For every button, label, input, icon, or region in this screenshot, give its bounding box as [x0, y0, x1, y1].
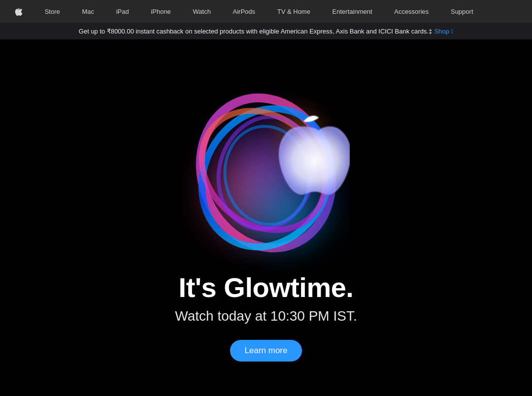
nav-item-store[interactable]: Store: [40, 0, 65, 23]
nav-item-ipad[interactable]: iPad: [111, 0, 134, 23]
nav-item-airpods[interactable]: AirPods: [228, 0, 261, 23]
nav-item-mac[interactable]: Mac: [77, 0, 99, 23]
shop-link[interactable]: Shop ⃕: [434, 28, 453, 35]
hero-section: It's Glowtime. Watch today at 10:30 PM I…: [0, 39, 532, 396]
navigation: Store Mac iPad iPhone Watch AirPods TV &…: [0, 0, 532, 23]
nav-item-watch[interactable]: Watch: [188, 0, 216, 23]
nav-item-iphone[interactable]: iPhone: [146, 0, 175, 23]
nav-item-tv-home[interactable]: TV & Home: [272, 0, 315, 23]
nav-item-support[interactable]: Support: [446, 0, 478, 23]
nav-apple-logo[interactable]: [10, 0, 28, 23]
nav-item-accessories[interactable]: Accessories: [389, 0, 433, 23]
search-icon[interactable]: [490, 7, 500, 16]
promo-banner: Get up to ₹8000.00 instant cashback on s…: [0, 23, 532, 39]
learn-more-button[interactable]: Learn more: [230, 340, 302, 362]
nav-item-entertainment[interactable]: Entertainment: [328, 0, 377, 23]
bag-icon[interactable]: [512, 7, 522, 16]
hero-logo: [182, 74, 350, 271]
hero-title: It's Glowtime.: [179, 271, 354, 303]
hero-subtitle: Watch today at 10:30 PM IST.: [175, 308, 357, 324]
